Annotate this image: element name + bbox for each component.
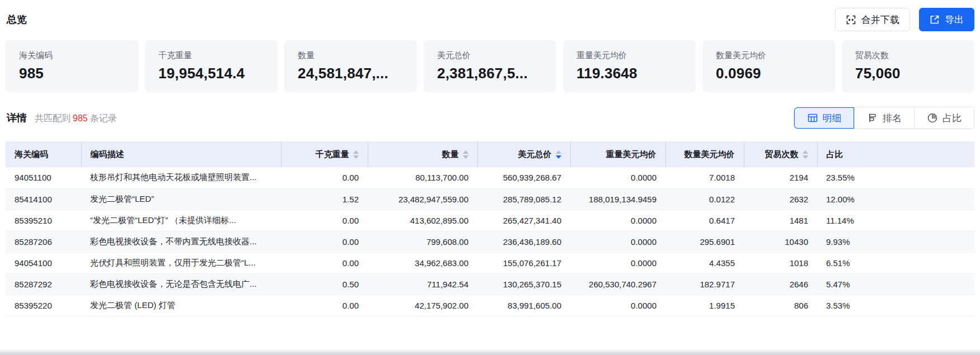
pie-icon bbox=[927, 112, 938, 124]
match-count: 985 bbox=[71, 113, 90, 123]
stat-label: 重量美元均价 bbox=[576, 50, 682, 61]
table-row-2: 85395210“发光二极管“LED”灯” （未提供详细标...0.00413,… bbox=[6, 210, 974, 231]
column-header-7[interactable]: 贸易次数 bbox=[744, 141, 817, 167]
toolbar: 合并下载 导出 bbox=[835, 8, 974, 31]
table-icon bbox=[807, 112, 818, 124]
cell-0-7: 2194 bbox=[744, 167, 817, 188]
stat-value: 119.3648 bbox=[576, 65, 682, 82]
cell-6-3: 42,175,902.00 bbox=[368, 295, 477, 316]
top-bar: 总览 合并下载 bbox=[6, 7, 974, 32]
tab-占比[interactable]: 占比 bbox=[914, 107, 974, 129]
page: 总览 合并下载 bbox=[0, 0, 980, 316]
cell-1-3: 23,482,947,559.00 bbox=[368, 188, 477, 210]
cell-3-0: 85287206 bbox=[6, 231, 81, 252]
cell-5-4: 130,265,370.15 bbox=[477, 273, 570, 295]
column-header-3[interactable]: 数量 bbox=[368, 141, 477, 167]
column-header-5: 重量美元均价 bbox=[570, 141, 665, 167]
sort-carets-icon[interactable] bbox=[353, 150, 359, 159]
column-label: 编码描述 bbox=[91, 149, 124, 160]
column-label: 美元总价 bbox=[518, 149, 552, 160]
cell-2-3: 413,602,895.00 bbox=[368, 210, 477, 231]
stat-value: 75,060 bbox=[855, 65, 961, 82]
column-header-0: 海关编码 bbox=[6, 141, 81, 167]
cell-0-3: 80,113,700.00 bbox=[368, 167, 477, 188]
cell-2-0: 85395210 bbox=[6, 210, 81, 231]
export-button[interactable]: 导出 bbox=[919, 8, 974, 31]
stat-card-5: 数量美元均价0.0969 bbox=[702, 40, 835, 92]
cell-2-6: 0.6417 bbox=[665, 210, 744, 231]
column-label: 占比 bbox=[827, 149, 843, 160]
column-header-4[interactable]: 美元总价 bbox=[477, 141, 570, 167]
cell-2-5: 0.0000 bbox=[570, 210, 665, 231]
tab-排名[interactable]: 排名 bbox=[854, 107, 914, 129]
cell-3-6: 295.6901 bbox=[665, 231, 744, 252]
match-summary: 共匹配到985条记录 bbox=[35, 113, 117, 125]
page-title: 总览 bbox=[6, 13, 27, 26]
cell-3-2: 0.00 bbox=[281, 231, 368, 252]
sort-carets-icon[interactable] bbox=[556, 150, 561, 159]
view-tab-group: 明细排名占比 bbox=[794, 107, 974, 129]
cell-4-1: 光伏灯具和照明装置，仅用于发光二极管“L... bbox=[81, 252, 281, 273]
cell-0-5: 0.0000 bbox=[570, 167, 665, 188]
export-label: 导出 bbox=[945, 13, 964, 26]
sort-carets-icon[interactable] bbox=[803, 150, 808, 159]
cell-5-3: 711,942.54 bbox=[368, 273, 477, 295]
column-header-2[interactable]: 千克重量 bbox=[281, 141, 368, 167]
cell-1-8: 12.00% bbox=[817, 188, 974, 210]
window-bottom-edge bbox=[0, 349, 980, 355]
cell-3-4: 236,436,189.60 bbox=[477, 231, 570, 252]
table-row-1: 85414100发光二极管“LED”1.5223,482,947,559.002… bbox=[6, 188, 974, 210]
cell-4-7: 1018 bbox=[744, 252, 817, 273]
stat-value: 2,381,867,5... bbox=[437, 65, 543, 82]
cell-5-2: 0.50 bbox=[281, 273, 368, 295]
table-row-3: 85287206彩色电视接收设备，不带内置无线电接收器...0.00799,60… bbox=[6, 231, 974, 252]
merge-icon bbox=[846, 15, 856, 25]
stat-label: 千克重量 bbox=[158, 50, 264, 61]
cell-2-7: 1481 bbox=[744, 210, 817, 231]
stat-value: 985 bbox=[19, 65, 125, 82]
cell-3-7: 10430 bbox=[744, 231, 817, 252]
table-header-row: 海关编码编码描述千克重量数量美元总价重量美元均价数量美元均价贸易次数占比 bbox=[6, 141, 974, 167]
sort-carets-icon[interactable] bbox=[463, 150, 468, 159]
stat-value: 19,954,514.4 bbox=[158, 65, 264, 82]
cell-0-2: 0.00 bbox=[281, 167, 368, 188]
cell-4-4: 155,076,261.17 bbox=[477, 252, 570, 273]
tab-label: 占比 bbox=[943, 112, 962, 125]
cell-4-0: 94054100 bbox=[6, 252, 81, 273]
tab-明细[interactable]: 明细 bbox=[794, 107, 854, 129]
tab-label: 排名 bbox=[883, 112, 902, 125]
details-bar: 详情 共匹配到985条记录 明细排名占比 bbox=[6, 107, 974, 129]
stat-card-1: 千克重量19,954,514.4 bbox=[145, 40, 278, 92]
column-label: 海关编码 bbox=[15, 149, 48, 160]
stat-label: 数量 bbox=[298, 50, 404, 61]
cell-6-0: 85395220 bbox=[6, 295, 81, 316]
cell-0-1: 枝形吊灯和其他电动天花板或墙壁照明装置... bbox=[81, 167, 281, 188]
cell-0-8: 23.55% bbox=[817, 167, 974, 188]
details-heading: 详情 共匹配到985条记录 bbox=[6, 111, 117, 125]
cell-6-8: 3.53% bbox=[817, 295, 974, 316]
cell-5-5: 260,530,740.2967 bbox=[570, 273, 665, 295]
cell-0-4: 560,939,268.67 bbox=[477, 167, 570, 188]
export-icon bbox=[930, 15, 940, 25]
cell-3-1: 彩色电视接收设备，不带内置无线电接收器... bbox=[81, 231, 281, 252]
stat-card-4: 重量美元均价119.3648 bbox=[563, 40, 696, 92]
cell-5-7: 2646 bbox=[744, 273, 817, 295]
column-label: 数量 bbox=[442, 149, 459, 160]
column-header-1: 编码描述 bbox=[81, 141, 281, 167]
table-row-4: 94054100光伏灯具和照明装置，仅用于发光二极管“L...0.0034,96… bbox=[6, 252, 974, 273]
cell-1-7: 2632 bbox=[744, 188, 817, 210]
cell-1-5: 188,019,134.9459 bbox=[570, 188, 665, 210]
cell-6-4: 83,991,605.00 bbox=[477, 295, 570, 316]
column-label: 重量美元均价 bbox=[606, 149, 657, 160]
stat-card-2: 数量24,581,847,... bbox=[284, 40, 417, 92]
overview-stats: 海关编码985千克重量19,954,514.4数量24,581,847,...美… bbox=[6, 40, 974, 92]
stat-value: 0.0969 bbox=[716, 65, 822, 82]
cell-1-6: 0.0122 bbox=[665, 188, 744, 210]
cell-5-8: 5.47% bbox=[817, 273, 974, 295]
column-label: 贸易次数 bbox=[765, 149, 799, 160]
table-row-6: 85395220发光二极管 (LED) 灯管0.0042,175,902.008… bbox=[6, 295, 974, 316]
merge-download-button[interactable]: 合并下载 bbox=[835, 8, 910, 31]
table-row-0: 94051100枝形吊灯和其他电动天花板或墙壁照明装置...0.0080,113… bbox=[6, 167, 974, 188]
stat-label: 数量美元均价 bbox=[716, 50, 822, 61]
cell-5-0: 85287292 bbox=[6, 273, 81, 295]
